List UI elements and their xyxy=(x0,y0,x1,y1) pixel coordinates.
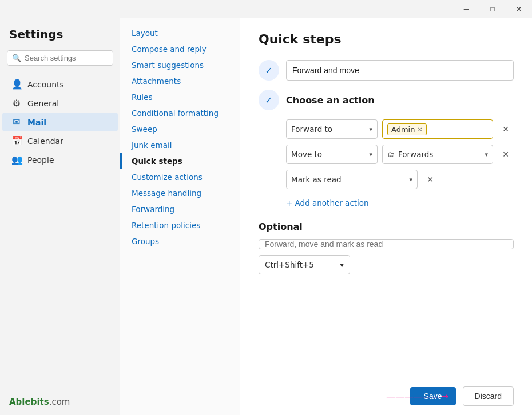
shortcut-label: Ctrl+Shift+5 xyxy=(265,260,314,269)
mail-icon: ✉ xyxy=(11,117,22,127)
folder-icon: 🗂 xyxy=(387,150,395,159)
forward-row-close[interactable]: ✕ xyxy=(498,121,514,137)
shortcut-select[interactable]: Ctrl+Shift+5 ▾ xyxy=(259,255,350,274)
restore-button[interactable]: □ xyxy=(479,0,506,18)
general-icon: ⚙ xyxy=(11,98,22,109)
nav-item-quicksteps[interactable]: Quick steps xyxy=(120,153,240,169)
action-rows: Forward to ▾ Admin × ✕ xyxy=(259,119,514,189)
move-to-chevron: ▾ xyxy=(369,151,372,158)
quicksteps-section: ✓ ✓ Choose an action Forward to ▾ xyxy=(259,60,514,363)
app-container: Settings 🔍 👤 Accounts ⚙ General ✉ Mail 📅… xyxy=(0,18,532,415)
people-icon: 👥 xyxy=(11,154,22,165)
sidebar-item-accounts[interactable]: 👤 Accounts xyxy=(2,75,118,94)
mark-read-chevron: ▾ xyxy=(409,176,412,183)
optional-title: Optional xyxy=(259,221,514,232)
admin-tag: Admin × xyxy=(387,123,427,135)
sidebar-item-people[interactable]: 👥 People xyxy=(2,150,118,169)
main-content: Quick steps ✓ ✓ Choose an action xyxy=(240,18,532,377)
nav-item-junk[interactable]: Junk email xyxy=(120,137,240,153)
minimize-button[interactable]: ─ xyxy=(453,0,479,18)
nav-item-customize[interactable]: Customize actions xyxy=(120,169,240,185)
branding-suffix: .com xyxy=(49,397,70,407)
search-box[interactable]: 🔍 xyxy=(7,50,113,66)
sidebar-item-label-mail: Mail xyxy=(27,118,46,127)
add-action-label: + Add another action xyxy=(286,198,369,207)
folder-name: Forwards xyxy=(398,150,481,159)
action-row-move: Move to ▾ 🗂 Forwards ▾ ✕ xyxy=(286,145,514,164)
choose-action-label: Choose an action xyxy=(286,95,375,106)
move-to-label: Move to xyxy=(291,150,322,159)
folder-select[interactable]: 🗂 Forwards ▾ xyxy=(382,145,493,164)
tooltip-field[interactable] xyxy=(259,239,514,249)
nav-item-sweep[interactable]: Sweep xyxy=(120,121,240,137)
mark-read-select[interactable]: Mark as read ▾ xyxy=(286,170,418,189)
nav-item-conditional[interactable]: Conditional formatting xyxy=(120,105,240,121)
mark-read-label: Mark as read xyxy=(291,175,342,184)
branding-text: Ablebits xyxy=(9,397,49,407)
name-check-icon: ✓ xyxy=(259,60,279,81)
add-action-link[interactable]: + Add another action xyxy=(259,198,514,207)
sidebar-item-label-people: People xyxy=(27,155,54,165)
arrow-hint: ——————→ xyxy=(386,391,448,402)
nav-item-layout[interactable]: Layout xyxy=(120,25,240,41)
nav-item-compose[interactable]: Compose and reply xyxy=(120,41,240,57)
nav-item-attachments[interactable]: Attachments xyxy=(120,73,240,89)
move-to-select[interactable]: Move to ▾ xyxy=(286,145,378,164)
sidebar-item-mail[interactable]: ✉ Mail xyxy=(2,113,118,131)
search-input[interactable] xyxy=(25,54,121,62)
middle-nav: Layout Compose and reply Smart suggestio… xyxy=(120,18,240,415)
sidebar-item-label-general: General xyxy=(27,99,59,108)
move-row-close[interactable]: ✕ xyxy=(498,146,514,162)
nav-item-message[interactable]: Message handling xyxy=(120,185,240,201)
optional-inputs: Ctrl+Shift+5 ▾ xyxy=(259,239,514,274)
calendar-icon: 📅 xyxy=(11,135,22,146)
sidebar-title: Settings xyxy=(0,27,120,50)
discard-button[interactable]: Discard xyxy=(463,386,514,406)
page-title: Quick steps xyxy=(259,32,514,46)
name-row: ✓ xyxy=(259,60,514,81)
search-icon: 🔍 xyxy=(12,54,21,62)
sidebar-item-general[interactable]: ⚙ General xyxy=(2,94,118,113)
title-bar: ─ □ ✕ xyxy=(0,0,532,18)
mark-read-close[interactable]: ✕ xyxy=(422,171,438,187)
action-row-mark-read: Mark as read ▾ ✕ xyxy=(286,170,514,189)
nav-item-rules[interactable]: Rules xyxy=(120,89,240,105)
nav-item-retention[interactable]: Retention policies xyxy=(120,217,240,233)
name-field[interactable] xyxy=(286,60,514,81)
action-row-forward: Forward to ▾ Admin × ✕ xyxy=(286,119,514,139)
branding: Ablebits.com xyxy=(9,397,70,407)
nav-item-forwarding[interactable]: Forwarding xyxy=(120,201,240,217)
action-check-icon: ✓ xyxy=(259,90,279,110)
tag-input-field[interactable]: Admin × xyxy=(382,119,493,139)
footer: ——————→ Save Discard xyxy=(240,377,532,415)
tag-close-icon[interactable]: × xyxy=(417,126,422,133)
choose-action-row: ✓ Choose an action xyxy=(259,90,514,110)
sidebar-item-label-accounts: Accounts xyxy=(27,80,64,89)
shortcut-chevron: ▾ xyxy=(340,260,344,269)
sidebar-item-label-calendar: Calendar xyxy=(27,137,63,146)
nav-item-smart[interactable]: Smart suggestions xyxy=(120,57,240,73)
accounts-icon: 👤 xyxy=(11,79,22,90)
sidebar-item-calendar[interactable]: 📅 Calendar xyxy=(2,131,118,150)
forward-to-label: Forward to xyxy=(291,125,332,134)
optional-section: Optional Ctrl+Shift+5 ▾ xyxy=(259,221,514,274)
sidebar: Settings 🔍 👤 Accounts ⚙ General ✉ Mail 📅… xyxy=(0,18,120,415)
forward-to-select[interactable]: Forward to ▾ xyxy=(286,119,378,139)
close-button[interactable]: ✕ xyxy=(506,0,532,18)
folder-chevron: ▾ xyxy=(485,151,488,158)
nav-item-groups[interactable]: Groups xyxy=(120,233,240,249)
forward-to-chevron: ▾ xyxy=(369,126,372,133)
